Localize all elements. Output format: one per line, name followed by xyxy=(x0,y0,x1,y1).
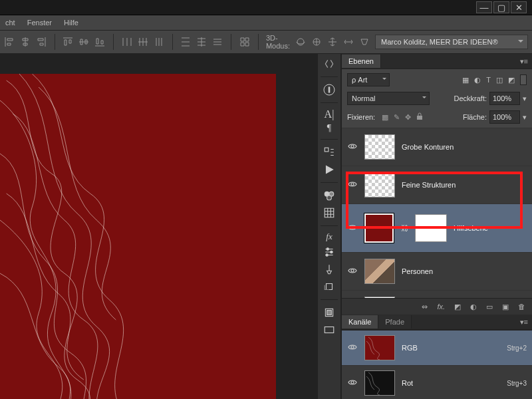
styles-panel-icon[interactable] xyxy=(322,279,336,294)
filter-image-icon[interactable]: ▦ xyxy=(462,76,469,84)
add-adjustment-icon[interactable]: ◐ xyxy=(470,303,477,311)
layer-thumbnail[interactable] xyxy=(364,259,395,284)
workspace-switcher[interactable]: Marco Kolditz, MEER DER IDEEN® xyxy=(375,35,528,49)
menu-item-hilfe[interactable]: Hilfe xyxy=(64,19,78,27)
fill-field[interactable]: 100% xyxy=(489,110,520,124)
blend-mode-select[interactable]: Normal xyxy=(347,92,430,105)
menu-item-fenster[interactable]: Fenster xyxy=(27,19,52,27)
layer-row[interactable]: Personen xyxy=(342,253,532,291)
document-canvas[interactable] xyxy=(0,74,276,399)
layer-thumbnail[interactable] xyxy=(364,213,394,243)
distribute-hr-icon[interactable] xyxy=(154,36,164,48)
channel-row[interactable]: Rot Strg+3 xyxy=(342,366,532,399)
layer-row[interactable]: Feine Strukturen xyxy=(342,166,532,204)
mask-link-icon[interactable]: ⛓ xyxy=(400,224,408,232)
new-group-icon[interactable]: ▭ xyxy=(486,303,493,311)
layer-row[interactable]: Grobe Konturen xyxy=(342,128,532,166)
filter-adjust-icon[interactable]: ◐ xyxy=(474,76,481,84)
grid-panel-icon[interactable] xyxy=(322,205,336,220)
layer-name[interactable]: Grobe Konturen xyxy=(402,143,527,151)
distribute-vc-icon[interactable] xyxy=(196,36,207,48)
layer-name[interactable]: Personen xyxy=(402,267,527,275)
expand-panels-icon[interactable] xyxy=(322,57,336,71)
visibility-toggle[interactable] xyxy=(347,181,358,189)
lock-pixels-icon[interactable]: ✎ xyxy=(394,113,400,122)
brush-panel-icon[interactable] xyxy=(322,262,336,277)
character-panel-icon[interactable]: A| xyxy=(325,108,334,120)
distribute-h-icon[interactable] xyxy=(122,36,132,48)
distribute-vb-icon[interactable] xyxy=(212,36,223,48)
close-button[interactable]: ✕ xyxy=(511,1,527,13)
layercomps-panel-icon[interactable] xyxy=(322,305,336,320)
3d-orbit-icon[interactable] xyxy=(295,36,306,48)
layer-name[interactable]: Feine Strukturen xyxy=(402,181,527,189)
layer-thumbnail[interactable] xyxy=(364,172,395,198)
layer-filter-kind[interactable]: ρ Art xyxy=(347,73,390,86)
lock-position-icon[interactable]: ✥ xyxy=(405,113,411,122)
delete-layer-icon[interactable]: 🗑 xyxy=(518,303,525,311)
layer-thumbnail[interactable] xyxy=(364,134,395,160)
3d-pan-icon[interactable] xyxy=(327,36,338,48)
channel-row[interactable]: RGB Strg+2 xyxy=(342,331,532,366)
visibility-toggle[interactable] xyxy=(347,344,358,352)
actions-panel-icon[interactable] xyxy=(322,145,336,160)
info-panel-icon[interactable]: i xyxy=(322,82,336,97)
lock-transparency-icon[interactable]: ▩ xyxy=(382,113,388,122)
misc-panel-icon[interactable] xyxy=(322,323,336,337)
channel-thumbnail[interactable] xyxy=(364,370,395,396)
play-icon[interactable] xyxy=(322,162,336,177)
paragraph-panel-icon[interactable]: ¶ xyxy=(327,123,331,134)
auto-align-icon[interactable] xyxy=(239,36,250,48)
collapsed-panel-strip: i A| ¶ fx xyxy=(317,54,341,399)
align-top-edges-icon[interactable] xyxy=(63,36,73,48)
filter-type-icon[interactable]: T xyxy=(486,76,491,84)
align-hcenter-icon[interactable] xyxy=(20,36,31,48)
canvas-area[interactable] xyxy=(0,54,317,399)
filter-smart-icon[interactable]: ◩ xyxy=(508,76,515,84)
adjustments-panel-icon[interactable] xyxy=(322,245,336,259)
fx-icon[interactable]: fx. xyxy=(437,303,445,311)
lock-all-icon[interactable] xyxy=(416,112,423,122)
visibility-toggle[interactable] xyxy=(347,267,358,275)
tab-pfade[interactable]: Pfade xyxy=(378,315,412,329)
add-mask-icon[interactable]: ◩ xyxy=(454,303,461,311)
visibility-toggle[interactable] xyxy=(347,379,358,387)
layer-name[interactable]: Hilfsebene xyxy=(454,224,527,232)
3d-zoom-icon[interactable] xyxy=(359,36,370,48)
svg-text:i: i xyxy=(328,86,330,94)
new-layer-icon[interactable]: ▣ xyxy=(502,303,509,311)
layer-row-selected[interactable]: ⛓ Hilfsebene xyxy=(342,204,532,253)
tab-ebenen[interactable]: Ebenen xyxy=(342,55,381,68)
align-right-edges-icon[interactable] xyxy=(36,36,47,48)
layers-tab-bar: Ebenen ▾≡ xyxy=(342,54,532,69)
tab-kanaele[interactable]: Kanäle xyxy=(342,315,378,329)
minimize-button[interactable]: — xyxy=(476,1,492,13)
3d-roll-icon[interactable] xyxy=(311,36,322,48)
visibility-toggle[interactable] xyxy=(347,143,358,151)
svg-point-15 xyxy=(351,145,354,148)
link-layers-icon[interactable]: ⇔ xyxy=(422,303,428,311)
panel-menu-icon[interactable]: ▾≡ xyxy=(520,57,528,66)
opacity-chevron-icon[interactable]: ▾ xyxy=(523,94,527,103)
layer-thumbnail[interactable] xyxy=(364,297,395,298)
opacity-field[interactable]: 100% xyxy=(489,92,520,105)
distribute-v-icon[interactable] xyxy=(180,36,191,48)
fx-panel-icon[interactable]: fx xyxy=(326,231,332,242)
swatches-panel-icon[interactable] xyxy=(322,188,336,203)
layer-mask-thumbnail[interactable] xyxy=(415,214,447,242)
fill-chevron-icon[interactable]: ▾ xyxy=(523,113,527,122)
filter-toggle-icon[interactable] xyxy=(520,74,527,85)
layer-row[interactable]: Hintergrund xyxy=(342,291,532,298)
panel-menu-icon[interactable]: ▾≡ xyxy=(520,318,528,327)
align-bottom-edges-icon[interactable] xyxy=(94,36,105,48)
align-vcenter-icon[interactable] xyxy=(78,36,89,48)
maximize-button[interactable]: ▢ xyxy=(493,1,509,13)
align-left-edges-icon[interactable] xyxy=(4,36,15,48)
distribute-hc-icon[interactable] xyxy=(138,36,148,48)
channel-thumbnail[interactable] xyxy=(364,335,395,360)
svg-rect-13 xyxy=(325,327,334,333)
filter-shape-icon[interactable]: ◫ xyxy=(496,76,503,84)
menu-item-cht[interactable]: cht xyxy=(5,19,15,27)
3d-slide-icon[interactable] xyxy=(343,36,354,48)
visibility-toggle[interactable] xyxy=(347,224,358,232)
